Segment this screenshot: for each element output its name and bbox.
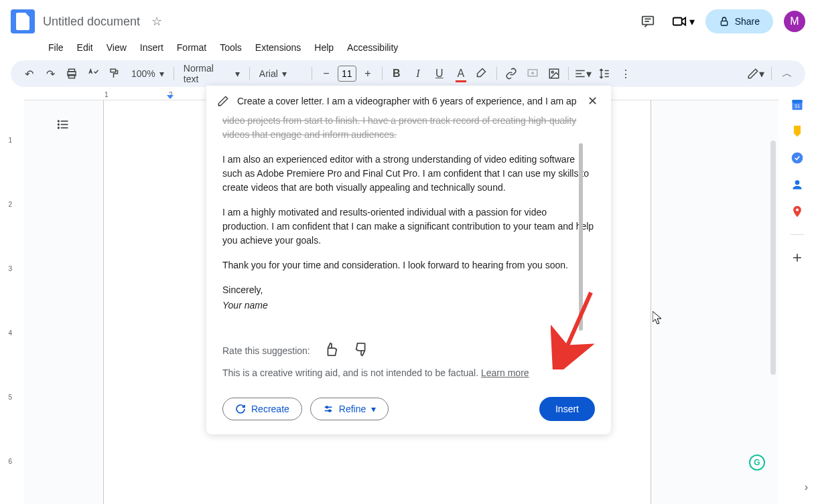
title-area: Untitled document ☆ [43,14,634,29]
style-select[interactable]: Normal text▾ [178,63,245,84]
document-title[interactable]: Untitled document [43,15,140,29]
svg-text:31: 31 [795,103,800,109]
share-button[interactable]: Share [705,9,773,33]
avatar[interactable]: M [784,11,805,32]
pencil-icon [217,95,229,107]
decrease-font-button[interactable]: − [316,64,336,84]
toolbar: ↶ ↷ 100%▾ Normal text▾ Arial▾ − + B I U … [11,60,805,87]
text-color-button[interactable]: A [451,64,471,84]
lock-icon [719,16,730,27]
thumbs-up-icon[interactable] [321,339,341,362]
svg-point-34 [328,410,330,412]
refresh-icon [235,404,246,414]
bold-button[interactable]: B [387,64,407,84]
svg-point-21 [58,124,60,125]
separator [312,67,312,80]
italic-button[interactable]: I [408,64,428,84]
chevron-down-icon: ▾ [235,68,240,79]
separator [249,67,250,80]
share-label: Share [735,16,760,27]
svg-point-33 [326,406,328,408]
highlight-button[interactable] [472,64,492,84]
recreate-button[interactable]: Recreate [222,398,302,420]
insert-image-button[interactable] [544,64,564,84]
spellcheck-button[interactable] [83,64,103,84]
docs-logo-icon[interactable] [11,9,35,33]
tune-icon [323,404,334,414]
separator [496,67,497,80]
svg-point-26 [792,153,803,164]
chevron-down-icon: ▾ [689,15,695,28]
insert-button[interactable]: Insert [539,397,595,421]
separator [382,67,383,80]
svg-rect-4 [721,21,727,25]
menu-accessibility[interactable]: Accessibility [342,39,403,56]
font-size-input[interactable] [338,66,356,82]
paint-format-button[interactable] [105,64,125,84]
thumbs-down-icon[interactable] [352,339,372,362]
contacts-icon[interactable] [791,178,804,191]
menu-view[interactable]: View [101,39,132,56]
underline-button[interactable]: U [429,64,450,84]
toolbar-right: ▾ ︿ [746,64,797,84]
edit-mode-button[interactable]: ▾ [746,64,766,84]
ai-rating-row: Rate this suggestion: [206,339,611,362]
app-header: Untitled document ☆ ▾ Share M [0,0,816,37]
close-icon[interactable]: ✕ [585,91,600,111]
svg-point-27 [795,180,800,185]
rating-label: Rate this suggestion: [222,345,310,356]
separator [791,234,804,235]
svg-point-13 [551,71,553,73]
menu-edit[interactable]: Edit [72,39,98,56]
svg-rect-8 [111,69,116,72]
svg-rect-3 [673,18,681,25]
menu-help[interactable]: Help [309,39,339,56]
calendar-icon[interactable]: 31 [791,98,804,111]
more-button[interactable]: ⋮ [616,64,636,84]
font-select[interactable]: Arial▾ [254,68,308,79]
comment-history-icon[interactable] [634,8,661,35]
insert-link-button[interactable] [501,64,521,84]
header-actions: ▾ Share M [634,8,805,35]
svg-rect-0 [642,17,653,25]
meet-button[interactable]: ▾ [672,14,695,29]
chevron-down-icon: ▾ [282,68,287,79]
separator [771,67,772,80]
menu-file[interactable]: File [43,39,69,56]
indent-marker-left[interactable] [167,95,174,99]
menu-format[interactable]: Format [172,39,212,56]
menu-insert[interactable]: Insert [135,39,169,56]
grammarly-badge-icon[interactable]: G [749,454,765,471]
tasks-icon[interactable] [791,151,804,165]
refine-button[interactable]: Refine ▾ [310,398,389,420]
ai-generated-text: video projects from start to finish. I h… [222,116,595,313]
main-scrollbar[interactable] [770,141,776,375]
add-addon-icon[interactable] [791,251,804,264]
ai-suggestion-body[interactable]: video projects from start to finish. I h… [206,116,611,334]
svg-point-20 [58,120,60,122]
learn-more-link[interactable]: Learn more [481,367,529,378]
maps-icon[interactable] [791,205,804,218]
undo-button[interactable]: ↶ [19,64,39,84]
ai-disclaimer: This is a creative writing aid, and is n… [206,362,611,389]
expand-side-panel-icon[interactable]: › [805,481,808,493]
menu-extensions[interactable]: Extensions [250,39,306,56]
increase-font-button[interactable]: + [358,64,378,84]
ai-panel-header: Create a cover letter. I am a videograph… [206,86,611,116]
zoom-select[interactable]: 100%▾ [126,68,169,79]
align-button[interactable]: ▾ [573,64,593,84]
ai-prompt-text: Create a cover letter. I am a videograph… [237,96,577,106]
chevron-down-icon: ▾ [371,404,376,414]
line-spacing-button[interactable] [594,64,614,84]
toolbar-container: ↶ ↷ 100%▾ Normal text▾ Arial▾ − + B I U … [0,58,816,90]
menu-tools[interactable]: Tools [214,39,247,56]
outline-toggle-button[interactable] [52,114,74,135]
redo-button[interactable]: ↷ [40,64,60,84]
collapse-toolbar-button[interactable]: ︿ [777,64,797,84]
star-icon[interactable]: ☆ [151,15,162,28]
keep-icon[interactable] [791,124,804,138]
insert-comment-button[interactable] [523,64,543,84]
print-button[interactable] [62,64,82,84]
vertical-ruler: 1 2 3 4 5 6 [0,90,24,504]
scrollbar[interactable] [579,143,583,331]
